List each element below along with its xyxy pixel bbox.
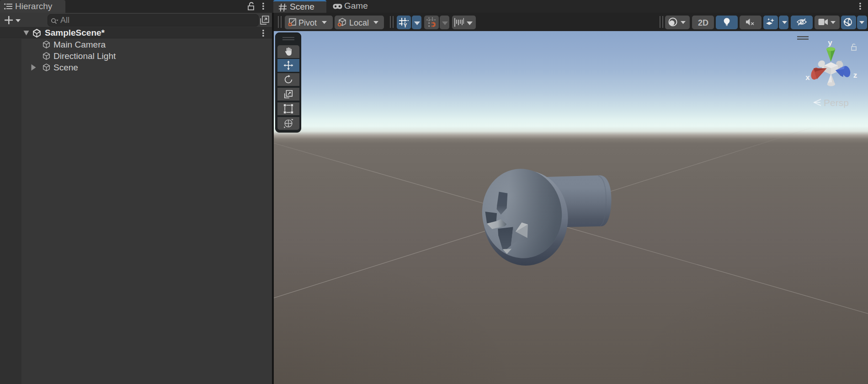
svg-text:z: z (853, 71, 857, 80)
svg-text:Y: Y (404, 22, 407, 28)
svg-text:y: y (828, 38, 832, 47)
svg-text:x: x (805, 73, 810, 82)
